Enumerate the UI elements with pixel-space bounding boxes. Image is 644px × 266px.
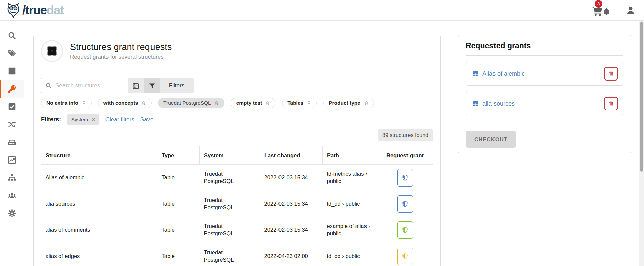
chart-line-icon bbox=[8, 156, 16, 164]
clear-filters-link[interactable]: Clear filters bbox=[105, 116, 134, 123]
results-row: 89 structures found bbox=[41, 129, 433, 141]
structure-name: Alias of alembic bbox=[41, 165, 157, 191]
sidebar-item-dashboard[interactable] bbox=[0, 62, 24, 80]
trash-icon[interactable] bbox=[364, 101, 369, 106]
filter-chip[interactable]: with concepts bbox=[98, 98, 152, 108]
applied-filters-bar: Filters: System ✕ Clear filters Save bbox=[41, 114, 433, 125]
sidebar-item-analytics[interactable] bbox=[0, 151, 24, 169]
grid-icon bbox=[8, 67, 16, 75]
sidebar-item-tags[interactable] bbox=[0, 44, 24, 62]
remove-grant-button[interactable] bbox=[604, 97, 618, 110]
filters-button[interactable]: Filters bbox=[160, 78, 194, 93]
user-icon bbox=[626, 6, 635, 15]
tags-icon bbox=[8, 49, 16, 58]
table-row: alia sources Table Truedat PostgreSQL 20… bbox=[41, 191, 433, 217]
col-structure: Structure bbox=[41, 146, 157, 165]
grant-requests-card: Structures grant requests Request grants… bbox=[33, 35, 441, 266]
remove-grant-button[interactable] bbox=[604, 67, 618, 81]
trash-icon bbox=[608, 71, 614, 77]
page-subtitle: Request grants for several structures bbox=[70, 54, 172, 60]
hard-drive-icon bbox=[8, 138, 16, 147]
table-row: alias of comments Table Truedat PostgreS… bbox=[41, 217, 433, 243]
sitemap-icon bbox=[8, 173, 16, 182]
table-header-row: Structure Type System Last changed Path … bbox=[41, 146, 433, 165]
trash-icon[interactable] bbox=[265, 101, 270, 106]
trash-icon[interactable] bbox=[141, 101, 146, 106]
brand-wordmark: /truedat bbox=[22, 4, 64, 16]
sidebar-item-taxonomy[interactable] bbox=[0, 169, 24, 187]
sidebar-item-sources[interactable] bbox=[0, 133, 24, 151]
requested-grant-item: Alias of alembic bbox=[466, 62, 623, 86]
table-row: Alias of alembic Table Truedat PostgreSQ… bbox=[41, 165, 433, 191]
requested-grants-panel: Requested grants Alias of alembic alia s… bbox=[458, 35, 631, 153]
save-filters-link[interactable]: Save bbox=[140, 116, 154, 123]
search-box bbox=[41, 78, 128, 93]
filter-chip-selected[interactable]: Truedat PostgreSQL bbox=[158, 98, 224, 108]
filter-chip[interactable]: Product type bbox=[323, 98, 374, 108]
filter-chips-row: No extra info with concepts Truedat Post… bbox=[41, 98, 433, 108]
col-request-grant: Request grant bbox=[377, 146, 433, 165]
header-actions: 3 bbox=[592, 3, 644, 18]
cart-count-badge: 3 bbox=[595, 0, 602, 8]
structures-table: Structure Type System Last changed Path … bbox=[41, 146, 433, 266]
filters-label: Filters: bbox=[41, 116, 61, 123]
page-title: Structures grant requests bbox=[70, 42, 172, 52]
trash-icon[interactable] bbox=[82, 101, 86, 106]
structure-name: alias of edges bbox=[41, 243, 157, 266]
search-input[interactable] bbox=[55, 82, 124, 89]
request-grant-button[interactable] bbox=[397, 248, 413, 265]
checkout-button[interactable]: CHECKOUT bbox=[466, 131, 516, 148]
col-path: Path bbox=[323, 146, 377, 165]
close-icon[interactable]: ✕ bbox=[91, 117, 95, 122]
requested-grant-item: alia sources bbox=[466, 92, 623, 115]
sidebar-item-lineage[interactable] bbox=[0, 115, 24, 133]
grant-item-link[interactable]: Alias of alembic bbox=[472, 70, 525, 77]
user-menu-button[interactable] bbox=[626, 6, 635, 15]
grant-item-link[interactable]: alia sources bbox=[472, 100, 515, 107]
shuffle-icon bbox=[8, 120, 16, 129]
filter-chip[interactable]: empty test bbox=[231, 98, 276, 108]
structures-grid-icon bbox=[46, 45, 58, 57]
search-toolbar: Filters bbox=[41, 78, 194, 93]
search-icon bbox=[8, 31, 16, 40]
filter-chip[interactable]: Tables bbox=[282, 98, 317, 108]
shield-icon bbox=[402, 253, 409, 260]
filter-chip[interactable]: No extra info bbox=[41, 98, 92, 108]
key-icon bbox=[8, 85, 16, 93]
vertical-scrollbar-thumb[interactable] bbox=[640, 22, 643, 172]
trash-icon[interactable] bbox=[307, 101, 311, 106]
funnel-icon bbox=[148, 82, 156, 89]
request-grant-button[interactable] bbox=[397, 195, 413, 213]
trash-icon[interactable] bbox=[214, 101, 219, 106]
notifications-bell-icon bbox=[602, 7, 611, 16]
trash-icon bbox=[608, 101, 614, 107]
table-row: alias of edges Table Truedat PostgreSQL … bbox=[41, 243, 433, 266]
col-system: System bbox=[200, 146, 260, 165]
app-header: /truedat 3 bbox=[0, 0, 644, 21]
grant-cart-button[interactable]: 3 bbox=[592, 3, 611, 18]
request-grant-button[interactable] bbox=[397, 169, 413, 187]
table-icon bbox=[472, 100, 479, 107]
owl-logo-icon bbox=[6, 3, 21, 18]
shield-icon bbox=[402, 174, 409, 181]
date-filter-button[interactable] bbox=[128, 78, 144, 93]
sidebar-item-settings[interactable] bbox=[0, 204, 24, 222]
sidebar-nav bbox=[0, 21, 24, 266]
sidebar-item-users[interactable] bbox=[0, 187, 24, 204]
structures-avatar bbox=[41, 40, 63, 62]
sidebar-item-quality[interactable] bbox=[0, 98, 24, 115]
table-icon bbox=[472, 70, 479, 77]
truedat-logo[interactable]: /truedat bbox=[6, 3, 64, 18]
results-count-badge: 89 structures found bbox=[378, 129, 433, 141]
filter-toggle-button[interactable] bbox=[144, 78, 160, 93]
vertical-scrollbar-track[interactable] bbox=[639, 21, 644, 266]
card-header: Structures grant requests Request grants… bbox=[41, 40, 433, 62]
panel-title: Requested grants bbox=[466, 41, 623, 56]
structure-name: alia sources bbox=[41, 191, 157, 217]
request-grant-button[interactable] bbox=[397, 221, 413, 239]
cart-icon bbox=[592, 6, 602, 16]
sidebar-item-search[interactable] bbox=[0, 26, 24, 44]
shield-icon bbox=[402, 226, 409, 234]
applied-filter-system[interactable]: System ✕ bbox=[67, 114, 99, 125]
sidebar-item-grant-requests[interactable] bbox=[0, 80, 24, 98]
